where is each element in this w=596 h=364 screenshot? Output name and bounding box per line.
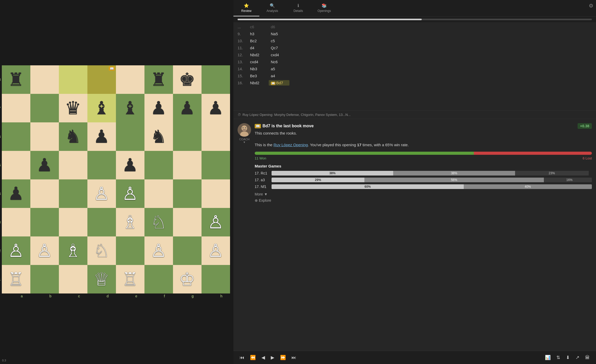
square-b5[interactable]: ♟	[30, 151, 59, 179]
square-h7[interactable]: ♟	[202, 94, 230, 122]
square-g2[interactable]	[173, 236, 202, 265]
tab-analysis[interactable]: 🔍 Analysis	[259, 0, 285, 16]
square-e7[interactable]: ♝	[116, 94, 144, 122]
tab-details[interactable]: ℹ Details	[285, 0, 311, 16]
settings-button[interactable]: ⚙	[589, 3, 593, 9]
square-b4[interactable]	[30, 179, 59, 208]
square-c4[interactable]	[59, 179, 87, 208]
square-a7[interactable]	[2, 94, 30, 122]
move-15-white[interactable]: Be3	[248, 73, 269, 79]
square-h3[interactable]: ♙	[202, 208, 230, 236]
square-b1[interactable]	[30, 265, 59, 293]
move-9-black[interactable]: Na5	[269, 31, 289, 37]
square-c2[interactable]: ♗	[59, 236, 87, 265]
coach-dropdown-icon[interactable]: ▼	[243, 141, 246, 144]
square-c8[interactable]	[59, 65, 87, 94]
tab-openings[interactable]: 📚 Openings	[311, 0, 337, 16]
square-a2[interactable]: ♙	[2, 236, 30, 265]
square-f2[interactable]: ♙	[144, 236, 173, 265]
move-list[interactable]: ... c6 d6 9. h3 Na5 10. Bc2 c5 11. d4 Qc…	[233, 22, 596, 110]
square-h1[interactable]	[202, 265, 230, 293]
square-f6[interactable]: ♞	[144, 122, 173, 151]
square-e3[interactable]: ♗	[116, 208, 144, 236]
move-10-black[interactable]: c5	[269, 38, 289, 44]
tab-review[interactable]: ⭐ Review	[233, 0, 259, 16]
square-e1[interactable]: ♖	[116, 265, 144, 293]
square-b3[interactable]	[30, 208, 59, 236]
square-f7[interactable]: ♟	[144, 94, 173, 122]
square-g1[interactable]: ♔	[173, 265, 202, 293]
explore-button[interactable]: ⊕ Explore	[255, 198, 271, 202]
move-14-white[interactable]: Nb3	[248, 66, 269, 72]
square-f8[interactable]: ♜	[144, 65, 173, 94]
square-e5[interactable]: ♟	[116, 151, 144, 179]
move-14-black[interactable]: a5	[269, 66, 289, 72]
trophy-button[interactable]: 🏛	[583, 354, 592, 361]
opening-link[interactable]: Ruy López Opening	[274, 143, 308, 147]
move-12-white[interactable]: Nbd2	[248, 52, 269, 58]
square-g5[interactable]	[173, 151, 202, 179]
square-d1[interactable]: ♕	[87, 265, 116, 293]
square-e8[interactable]	[116, 65, 144, 94]
square-h4[interactable]	[202, 179, 230, 208]
square-a1[interactable]: ♖	[2, 265, 30, 293]
square-d2[interactable]: ♘	[87, 236, 116, 265]
square-c1[interactable]	[59, 265, 87, 293]
square-c3[interactable]	[59, 208, 87, 236]
square-b8[interactable]	[30, 65, 59, 94]
move-15-black[interactable]: a4	[269, 73, 289, 79]
next-button[interactable]: ▶	[269, 354, 276, 361]
square-d4[interactable]: ♙	[87, 179, 116, 208]
square-h6[interactable]	[202, 122, 230, 151]
last-move-button[interactable]: ⏭	[289, 354, 298, 361]
square-d7[interactable]: ♝	[87, 94, 116, 122]
square-a8[interactable]: ♜	[2, 65, 30, 94]
square-f3[interactable]: ♘	[144, 208, 173, 236]
square-a5[interactable]	[2, 151, 30, 179]
move-9-white[interactable]: h3	[248, 31, 269, 37]
square-b6[interactable]	[30, 122, 59, 151]
next-multi-button[interactable]: ⏩	[278, 354, 288, 361]
move-12-black[interactable]: cxd4	[269, 52, 289, 58]
square-g3[interactable]	[173, 208, 202, 236]
square-e6[interactable]	[116, 122, 144, 151]
square-h5[interactable]	[202, 151, 230, 179]
first-move-button[interactable]: ⏮	[238, 354, 246, 361]
square-e4[interactable]: ♙	[116, 179, 144, 208]
move-11-black[interactable]: Qc7	[269, 45, 289, 51]
square-a4[interactable]: ♟	[2, 179, 30, 208]
square-d8[interactable]: 📖	[87, 65, 116, 94]
square-g8[interactable]: ♚	[173, 65, 202, 94]
square-c6[interactable]: ♞	[59, 122, 87, 151]
prev-multi-button[interactable]: ⏪	[248, 354, 258, 361]
more-button[interactable]: More ▼	[255, 192, 268, 196]
square-a6[interactable]	[2, 122, 30, 151]
prev-button[interactable]: ◀	[259, 354, 267, 361]
square-a3[interactable]	[2, 208, 30, 236]
square-c7[interactable]: ♛	[59, 94, 87, 122]
move-13-black[interactable]: Nc6	[269, 59, 289, 65]
square-e2[interactable]	[116, 236, 144, 265]
chess-board[interactable]: ♜ 📖 ♜ ♚	[2, 65, 230, 293]
move-10-white[interactable]: Bc2	[248, 38, 269, 44]
square-f4[interactable]	[144, 179, 173, 208]
square-b7[interactable]	[30, 94, 59, 122]
move-11-white[interactable]: d4	[248, 45, 269, 51]
square-d6[interactable]: ♟	[87, 122, 116, 151]
square-g7[interactable]: ♟	[173, 94, 202, 122]
square-f5[interactable]	[144, 151, 173, 179]
square-f1[interactable]	[144, 265, 173, 293]
square-c5[interactable]	[59, 151, 87, 179]
chart-button[interactable]: 📊	[543, 354, 553, 361]
square-d3[interactable]	[87, 208, 116, 236]
move-16-black[interactable]: 📖Bd7	[269, 80, 289, 86]
square-d5[interactable]	[87, 151, 116, 179]
square-h2[interactable]: ♙	[202, 236, 230, 265]
square-g6[interactable]	[173, 122, 202, 151]
square-b2[interactable]: ♙	[30, 236, 59, 265]
move-13-white[interactable]: cxd4	[248, 59, 269, 65]
share-button[interactable]: ↗	[573, 354, 581, 361]
square-g4[interactable]	[173, 179, 202, 208]
square-h8[interactable]	[202, 65, 230, 94]
download-button[interactable]: ⬇	[564, 354, 572, 361]
